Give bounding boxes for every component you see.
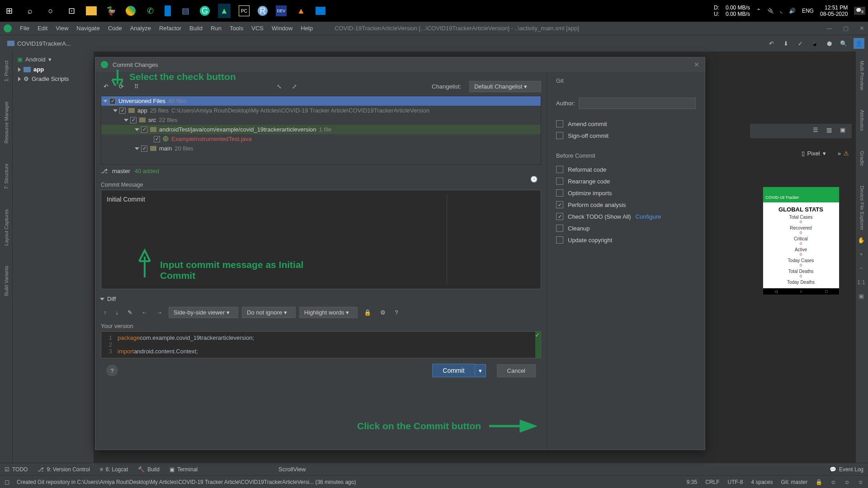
help-button[interactable]: ? — [106, 365, 118, 376]
vcs-update-icon[interactable]: ⬇ — [781, 39, 790, 48]
copyright-checkbox-row[interactable]: Update copyright — [556, 234, 696, 246]
charset[interactable]: UTF-8 — [727, 479, 743, 485]
changes-file-tree[interactable]: Unversioned Files 40 files app 25 files … — [101, 96, 541, 165]
clock[interactable]: 12:51 PM 08-05-2020 — [820, 5, 848, 18]
status-square-icon[interactable]: ▢ — [5, 479, 9, 485]
analysis-checkbox-row[interactable]: Perform code analysis — [556, 199, 696, 211]
tab-build-variants[interactable]: Build Variants — [4, 260, 9, 301]
cursor-position[interactable]: 9:35 — [687, 479, 697, 485]
lock-icon[interactable]: 🔒 — [361, 307, 374, 318]
start-icon[interactable]: ⊞ — [3, 5, 15, 17]
design-icon[interactable]: ▣ — [840, 127, 849, 136]
tab-device-file-explorer[interactable]: Device File Explorer — [859, 180, 865, 235]
prev-file-icon[interactable]: ← — [139, 307, 150, 318]
face-icon-3[interactable]: ☺ — [858, 479, 863, 485]
diff-highlight-select[interactable]: Highlight words ▾ — [299, 307, 358, 318]
zoom-out-icon[interactable]: − — [859, 265, 863, 272]
fit-icon[interactable]: ▣ — [859, 293, 864, 300]
highlighter-icon[interactable]: ✎ — [125, 307, 135, 318]
checkbox[interactable] — [141, 127, 147, 133]
commit-button[interactable]: Commit — [432, 364, 475, 377]
battery-icon[interactable]: 🔌 — [767, 8, 774, 14]
tray-chevron-icon[interactable]: ⌃ — [756, 8, 761, 14]
avd-icon[interactable]: 📱 — [810, 39, 819, 48]
grammarly-icon[interactable]: G — [200, 6, 210, 16]
device-selector[interactable]: ▯ Pixel ▾ » ⚠ — [750, 147, 852, 160]
tab-logcat[interactable]: ≡ 6: Logcat — [100, 466, 128, 473]
vlc-icon[interactable]: ▲ — [295, 5, 307, 17]
diff-code-view[interactable]: 1package com.example.covid_19trackerarti… — [101, 331, 541, 358]
optimize-checkbox-row[interactable]: Optimize imports — [556, 187, 696, 199]
checkbox[interactable] — [556, 213, 563, 220]
split-icon[interactable]: ▥ — [826, 127, 835, 136]
signoff-checkbox-row[interactable]: Sign-off commit — [556, 130, 696, 141]
close-icon[interactable]: ✕ — [859, 25, 864, 32]
wifi-icon[interactable]: ◟ — [780, 8, 783, 14]
checkbox[interactable] — [109, 98, 116, 104]
android-studio-icon[interactable]: ▲ — [218, 4, 231, 18]
tab-structure[interactable]: 7: Structure — [4, 158, 9, 195]
chevron-down-icon[interactable]: ▾ — [48, 56, 52, 63]
menu-navigate[interactable]: Navigate — [76, 25, 99, 32]
chrome-icon[interactable] — [126, 6, 136, 16]
indent[interactable]: 4 spaces — [751, 479, 773, 485]
photos-icon[interactable] — [316, 7, 326, 15]
menu-vcs[interactable]: VCS — [251, 25, 264, 32]
volume-icon[interactable]: 🔊 — [789, 8, 796, 14]
checkbox[interactable] — [556, 225, 563, 232]
menu-code[interactable]: Code — [108, 25, 122, 32]
amend-checkbox-row[interactable]: Amend commit — [556, 118, 696, 130]
warning-icon[interactable]: ⚠ — [844, 150, 849, 157]
commit-dropdown-icon[interactable]: ▾ — [475, 364, 486, 377]
next-change-icon[interactable]: ↓ — [113, 307, 122, 318]
notifications-icon[interactable]: 💬9 — [854, 7, 865, 15]
explorer-icon[interactable] — [86, 6, 97, 15]
branch-name[interactable]: master — [112, 168, 130, 174]
collapse-icon[interactable]: ⤢ — [289, 82, 299, 92]
checkbox[interactable] — [130, 117, 137, 123]
face-icon-2[interactable]: ☺ — [844, 479, 849, 485]
pycharm-icon[interactable]: PC — [239, 5, 250, 16]
tab-layout-captures[interactable]: Layout Captures — [4, 204, 9, 251]
tab-resource-manager[interactable]: Resource Manager — [4, 96, 9, 149]
help-icon[interactable]: ? — [392, 307, 401, 318]
notes-icon[interactable]: ▤ — [179, 5, 192, 17]
pan-icon[interactable]: ✋ — [858, 237, 865, 244]
zoom-in-icon[interactable]: + — [859, 251, 863, 258]
settings-icon[interactable]: ⚙ — [377, 307, 388, 318]
commit-message-input[interactable]: Initial Commit — [101, 190, 541, 289]
checkbox[interactable] — [556, 120, 563, 127]
menu-view[interactable]: View — [56, 25, 68, 32]
git-branch[interactable]: Git: master — [781, 479, 808, 485]
checkbox[interactable] — [154, 136, 160, 142]
menu-window[interactable]: Window — [272, 25, 292, 32]
breadcrumb[interactable]: COVID19TrackerA... — [4, 39, 75, 48]
rstudio-icon[interactable]: R — [258, 6, 268, 16]
file-row-src[interactable]: src 22 files — [101, 115, 541, 125]
diff-header[interactable]: Diff — [101, 294, 541, 304]
history-icon[interactable]: 🕓 — [530, 176, 538, 183]
file-row-app[interactable]: app 25 files C:\Users\Amiya Rout\Desktop… — [101, 106, 541, 115]
menu-run[interactable]: Run — [211, 25, 222, 32]
file-row-example[interactable]: ⓳ ExampleInstrumentedTest.java — [101, 134, 541, 144]
refresh-icon[interactable]: ⟳ — [116, 82, 126, 92]
expand-icon[interactable]: ⤡ — [274, 82, 284, 92]
menu-build[interactable]: Build — [189, 25, 203, 32]
checkbox[interactable] — [556, 166, 563, 173]
lang-indicator[interactable]: ENG — [802, 8, 814, 14]
cleanup-checkbox-row[interactable]: Cleanup — [556, 222, 696, 234]
maximize-icon[interactable]: ▢ — [843, 25, 849, 32]
menu-help[interactable]: Help — [301, 25, 313, 32]
search-icon[interactable]: ⌕ — [24, 5, 36, 17]
minimize-icon[interactable]: — — [826, 25, 832, 32]
tab-event-log[interactable]: 💬 Event Log — [830, 466, 863, 473]
reformat-checkbox-row[interactable]: Reformat code — [556, 164, 696, 175]
rearrange-checkbox-row[interactable]: Rearrange code — [556, 175, 696, 187]
tab-todo[interactable]: ☑ TODO — [5, 466, 28, 473]
menu-file[interactable]: File — [20, 25, 29, 32]
search-icon[interactable]: 🔍 — [839, 39, 848, 48]
tab-multi-preview[interactable]: Multi Preview — [859, 55, 865, 95]
checkbox[interactable] — [141, 145, 147, 152]
checkbox[interactable] — [556, 132, 563, 139]
checkbox[interactable] — [556, 201, 563, 208]
